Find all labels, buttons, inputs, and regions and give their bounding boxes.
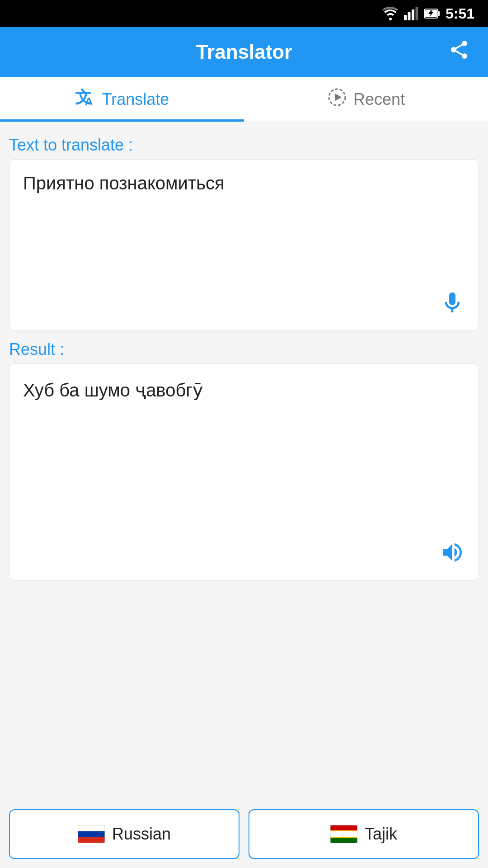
input-section-label: Text to translate : [9,136,479,155]
source-language-label: Russian [112,825,171,844]
battery-icon [424,7,440,20]
source-language-button[interactable]: Russian [9,809,239,859]
share-icon [448,39,470,61]
russian-flag-icon [78,825,105,843]
result-card: Хуб ба шумо ҷавобгӯ [9,363,479,580]
text-input[interactable]: Приятно познакомиться [23,173,465,300]
translate-tab-icon: 文 A [75,88,96,111]
svg-rect-0 [404,15,407,20]
recent-tab-icon [327,87,347,111]
status-icons: 5:51 [382,5,474,22]
input-card: Приятно познакомиться [9,159,479,331]
tab-recent[interactable]: Recent [244,77,488,122]
mic-button[interactable] [435,286,469,321]
language-row: Russian ☽ Tajik [0,800,488,868]
svg-rect-20 [330,830,357,831]
wifi-icon [382,7,399,20]
svg-rect-2 [412,9,414,20]
target-language-button[interactable]: ☽ Tajik [249,809,479,859]
svg-rect-13 [78,831,105,837]
svg-rect-12 [78,825,105,831]
speaker-button[interactable] [435,535,469,571]
svg-text:A: A [85,95,93,106]
target-language-label: Tajik [365,825,397,844]
svg-rect-1 [408,12,410,20]
recent-tab-label: Recent [353,90,405,109]
svg-rect-3 [415,7,418,20]
svg-text:☽: ☽ [339,832,344,838]
result-section: Result : Хуб ба шумо ҷавобгӯ [9,340,479,580]
status-time: 5:51 [446,5,474,22]
signal-icon [404,7,418,20]
tab-translate[interactable]: 文 A Translate [0,77,244,122]
mic-icon [440,290,465,316]
result-text: Хуб ба шумо ҷавобгӯ [23,380,203,400]
svg-rect-14 [78,837,105,843]
svg-rect-17 [330,825,357,831]
svg-rect-5 [438,11,440,16]
translate-tab-label: Translate [102,90,169,109]
tabs-container: 文 A Translate Recent [0,77,488,122]
tajik-flag-icon: ☽ [330,825,357,843]
input-section: Text to translate : Приятно познакомитьс… [9,136,479,331]
svg-marker-10 [335,94,342,101]
status-bar: 5:51 [0,0,488,27]
main-content: Text to translate : Приятно познакомитьс… [0,122,488,800]
speaker-icon [440,540,465,565]
share-button[interactable] [444,34,474,70]
result-section-label: Result : [9,340,479,359]
app-title: Translator [196,41,292,63]
app-bar: Translator [0,27,488,77]
